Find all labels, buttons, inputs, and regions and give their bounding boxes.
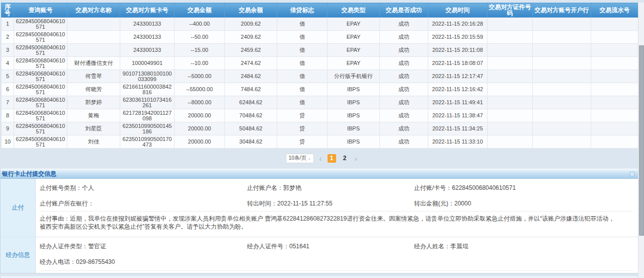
table-cell: 2009.62 bbox=[225, 18, 277, 31]
table-cell: EPAY bbox=[328, 31, 380, 44]
table-cell: 1000049901 bbox=[120, 57, 175, 70]
table-cell: 2022-11-15 12:17:47 bbox=[428, 70, 488, 83]
field-bank: 止付账户所在银行： bbox=[40, 199, 247, 208]
table-cell: 2022-11-15 11:49:41 bbox=[428, 96, 488, 109]
table-cell bbox=[533, 122, 591, 135]
table-cell bbox=[533, 96, 591, 109]
column-header: 序号 bbox=[2, 3, 14, 18]
table-cell bbox=[67, 18, 120, 31]
table-cell: 243300133 bbox=[120, 31, 175, 44]
table-cell bbox=[591, 31, 638, 44]
column-header: 交易是否成功 bbox=[380, 3, 428, 18]
table-row[interactable]: 106228450068040610571刘佳62350109905001704… bbox=[2, 135, 638, 149]
column-header: 交易对方证件号码 bbox=[488, 3, 533, 18]
table-cell: 2022-11-15 11:38:47 bbox=[428, 109, 488, 122]
table-row[interactable]: 46228450068040610571财付通微信支付1000049901--1… bbox=[2, 57, 638, 70]
table-cell: 黄梅 bbox=[67, 109, 120, 122]
column-header: 交易对方名称 bbox=[67, 3, 120, 18]
table-cell: 2 bbox=[2, 31, 14, 44]
table-cell: 5 bbox=[2, 70, 14, 83]
page: 序号查询账号交易对方名称交易对方账卡号交易金额交易余额借贷标志交易类型交易是否成… bbox=[0, 0, 644, 278]
table-cell: 6235010990500145186 bbox=[120, 122, 175, 135]
table-cell bbox=[488, 70, 533, 83]
vertical-scrollbar[interactable] bbox=[638, 3, 644, 278]
table-row[interactable]: 36228450068040610571243300133--15.002459… bbox=[2, 44, 638, 57]
table-cell: 2022-11-15 20:11:08 bbox=[428, 44, 488, 57]
table-cell bbox=[533, 109, 591, 122]
table-cell: 6216611600003842816 bbox=[120, 83, 175, 96]
table-cell: 6228450068040610571 bbox=[14, 57, 67, 70]
field-handler-name: 经办人姓名：李晨琨 bbox=[414, 242, 633, 251]
table-cell: 6228450068040610571 bbox=[14, 135, 67, 149]
field-row: 经办人证件类型：警官证 经办人证件号：051641 经办人姓名：李晨琨 bbox=[40, 238, 633, 254]
table-row[interactable]: 66228450068040610571何晓芳62166116000038428… bbox=[2, 83, 638, 96]
table-cell bbox=[488, 122, 533, 135]
table-cell: 借 bbox=[277, 83, 328, 96]
page-size-label: 10条/页 bbox=[288, 155, 306, 162]
table-cell: 243300133 bbox=[120, 44, 175, 57]
table-row[interactable]: 16228450068040610571243300133--400.00200… bbox=[2, 18, 638, 31]
table-cell: 借 bbox=[277, 31, 328, 44]
table-cell: 6235010990500170473 bbox=[120, 135, 175, 149]
table-cell: 6217281942001127098 bbox=[120, 109, 175, 122]
page-button-1[interactable]: 1 bbox=[328, 154, 336, 163]
table-cell: 70484.62 bbox=[225, 109, 277, 122]
table-cell: 20000.00 bbox=[175, 122, 225, 135]
table-cell bbox=[591, 96, 638, 109]
table-cell: 借 bbox=[277, 57, 328, 70]
table-cell: 成功 bbox=[380, 122, 428, 135]
field-handler-cert-no: 经办人证件号：051641 bbox=[247, 242, 414, 251]
table-cell bbox=[488, 57, 533, 70]
table-cell: 4 bbox=[2, 57, 14, 70]
table-row[interactable]: 56228450068040610571何雪琴90107130801001000… bbox=[2, 70, 638, 83]
table-cell: 贷 bbox=[277, 109, 328, 122]
table-cell bbox=[533, 18, 591, 31]
next-page-button[interactable]: › bbox=[354, 155, 358, 162]
table-cell bbox=[591, 135, 638, 149]
table-cell: 2474.62 bbox=[225, 57, 277, 70]
table-cell: 借 bbox=[277, 70, 328, 83]
table-cell bbox=[591, 83, 638, 96]
page-button-2[interactable]: 2 bbox=[341, 154, 349, 163]
column-header: 交易金额 bbox=[175, 3, 225, 18]
column-header: 交易对方账卡号 bbox=[120, 3, 175, 18]
table-row[interactable]: 76228450068040610571郭梦婷62303611010734162… bbox=[2, 96, 638, 109]
table-cell bbox=[533, 57, 591, 70]
handler-fields: 经办人证件类型：警官证 经办人证件号：051641 经办人姓名：李晨琨 经办人电… bbox=[36, 237, 638, 273]
table-cell: 6228450068040610571 bbox=[14, 18, 67, 31]
table-cell bbox=[67, 44, 120, 57]
table-cell: 10 bbox=[2, 135, 14, 149]
scrollbar-thumb[interactable] bbox=[639, 45, 644, 236]
prev-page-button[interactable]: ‹ bbox=[318, 155, 323, 162]
table-cell: 6228450068040610571 bbox=[14, 70, 67, 83]
table-cell: 7 bbox=[2, 96, 14, 109]
table-cell: 何晓芳 bbox=[67, 83, 120, 96]
table-cell: 2022-11-15 20:16:28 bbox=[428, 18, 488, 31]
field-transfer-time: 转出时间：2022-11-15 11:27:55 bbox=[247, 199, 414, 208]
table-cell bbox=[591, 122, 638, 135]
table-cell bbox=[591, 57, 638, 70]
table-cell bbox=[591, 109, 638, 122]
field-row: 经办人电话：029-86755430 bbox=[40, 254, 633, 269]
table-cell: 成功 bbox=[380, 135, 428, 149]
table-cell: 成功 bbox=[380, 83, 428, 96]
header-row: 序号查询账号交易对方名称交易对方账卡号交易金额交易余额借贷标志交易类型交易是否成… bbox=[2, 3, 638, 18]
page-size-select[interactable]: 10条/页 ⌄ bbox=[286, 154, 313, 163]
field-row: 止付账户所在银行： 转出时间：2022-11-15 11:27:55 转出金额(… bbox=[40, 195, 633, 211]
table-cell: --400.00 bbox=[175, 18, 225, 31]
stop-payment-section: 银行卡止付提交信息 止付 止付账号类别：个人 止付账户名：郭梦艳 止付账/卡号：… bbox=[0, 169, 639, 273]
pagination: 10条/页 ⌄ ‹ 1 2 › bbox=[0, 151, 644, 166]
stop-payment-body: 止付 止付账号类别：个人 止付账户名：郭梦艳 止付账/卡号：6228450068… bbox=[1, 179, 638, 273]
table-cell: EPAY bbox=[328, 44, 380, 57]
table-row[interactable]: 86228450068040610571黄梅621728194200112709… bbox=[2, 109, 638, 122]
table-cell: 6228450068040610571 bbox=[14, 96, 67, 109]
table-row[interactable]: 96228450068040610571刘星臣62350109905001451… bbox=[2, 122, 638, 135]
table-row[interactable]: 26228450068040610571243300133--50.002409… bbox=[2, 31, 638, 44]
column-header: 交易余额 bbox=[225, 3, 277, 18]
collapse-icon[interactable] bbox=[630, 172, 634, 176]
table-cell: 成功 bbox=[380, 44, 428, 57]
table-cell: 20000.00 bbox=[175, 109, 225, 122]
table-cell bbox=[488, 18, 533, 31]
table-cell: 20000.00 bbox=[175, 135, 225, 149]
table-cell: 借 bbox=[277, 96, 328, 109]
